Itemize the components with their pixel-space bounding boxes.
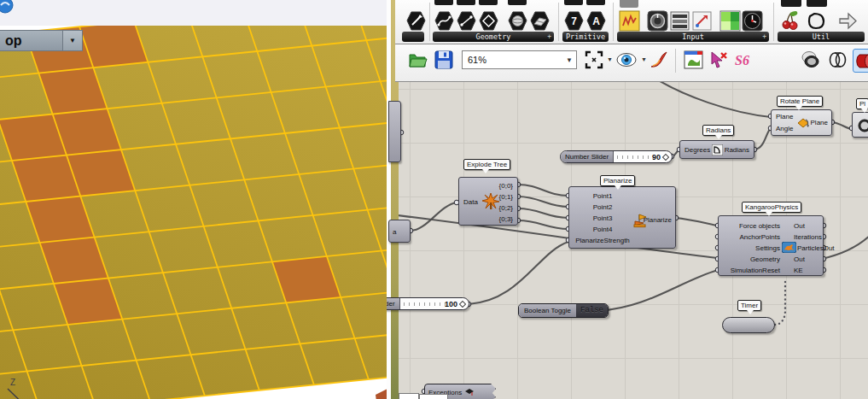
kangaroo-tooltip: KangarooPhysics [742,202,801,213]
cherry-picker-icon[interactable] [779,10,801,32]
slider-ticks [404,302,450,306]
port-input[interactable]: Point2 [569,202,636,213]
port-input[interactable]: PlanarizeStrength [569,235,636,246]
rotate-plane-icon [797,118,810,129]
gh-canvas[interactable]: Explode Tree Data {0;0} {0;1} {0;2} {0;3… [399,81,868,399]
preview-wireframe-button[interactable] [827,49,849,71]
port-input[interactable]: AnchorPoints [719,232,780,243]
tab-expand-icon[interactable]: + [762,32,766,42]
preview-visibility-button[interactable] [615,49,638,71]
port-input[interactable]: Point1 [569,191,636,202]
toolbar-separator [675,49,676,73]
port-input[interactable]: Angle [776,123,793,134]
tab-separator [613,3,614,41]
partial-panel[interactable] [419,394,448,399]
radians-node[interactable]: Degrees Radians [679,140,754,159]
chevron-down-icon: ▼ [562,56,576,64]
gh-canvas-toolbar: 61% ▼ ▼ ▼ [395,44,868,82]
rhino-app-icon[interactable] [0,0,15,14]
port-input[interactable]: Point3 [569,213,636,224]
jump-arrow-icon[interactable] [837,10,859,32]
kangaroo-node[interactable]: Force objects AnchorPoints Settings Geom… [718,215,824,276]
rectangle-geometry-icon[interactable] [478,10,499,32]
zoom-level-dropdown[interactable]: 61% ▼ [462,50,577,69]
curve-geometry-icon[interactable] [434,10,455,32]
port-output[interactable]: {0;0} [499,180,513,191]
value-list-icon[interactable] [669,10,690,32]
integer-primitive-icon[interactable]: 7 [563,10,585,32]
chevron-down-icon[interactable]: ▼ [641,56,647,62]
slider-track[interactable]: 90 [614,151,672,162]
line-geometry-icon[interactable] [456,10,477,32]
param-a-node[interactable]: a [388,220,411,243]
lasso-icon[interactable] [806,10,827,32]
viewport-tab-dropdown[interactable]: ▼ [62,31,82,50]
partial-panel[interactable] [399,393,419,399]
zoom-extents-button[interactable] [583,49,605,71]
port-output[interactable]: {0;3} [499,214,513,225]
port-output[interactable]: Iterations [794,232,835,243]
toolbar-partial-icon [564,0,583,5]
number-slider-100[interactable]: der 100 [387,297,469,310]
port-output[interactable]: ParticlesOut [797,243,835,254]
rotate-plane-node[interactable]: Plane Angle Plane [771,109,832,136]
port-output[interactable]: KE [794,265,835,276]
point-input-icon[interactable] [691,10,713,32]
knob-input-icon[interactable] [647,10,668,32]
gradient-input-icon[interactable] [719,10,741,32]
port-input[interactable]: Data [463,197,478,208]
tab-primitive[interactable]: Primitive [562,32,609,42]
svg-text:A: A [592,15,600,27]
clock-input-icon[interactable] [742,10,763,32]
rhino-viewport[interactable]: op ▼ Z [0,26,389,399]
tab-input[interactable]: Input+ [617,32,769,42]
chevron-down-icon[interactable]: ▼ [607,56,613,62]
tab-util[interactable]: Util [778,32,865,42]
axis-z-label: Z [10,378,15,387]
left-partial-node[interactable] [388,101,401,162]
open-file-button[interactable] [407,49,429,71]
preview-off-button[interactable] [800,49,822,71]
plane-partial-node[interactable] [852,112,868,138]
port-input[interactable]: Degrees [684,146,710,154]
draw-icon-button[interactable] [648,49,670,71]
slider-track[interactable]: 100 [400,298,469,309]
port-output[interactable]: Planarize [644,214,672,226]
save-file-button[interactable] [433,49,455,71]
tab-expand-icon[interactable]: + [547,32,551,42]
plane-partial-tooltip: Pl [856,98,868,109]
port-output[interactable]: Out [794,254,835,265]
svg-text:S6: S6 [735,53,749,67]
tab-group-partial[interactable] [402,32,424,42]
port-input[interactable]: Point4 [569,224,636,235]
toggle-value[interactable]: False [576,304,608,317]
boolean-toggle-node[interactable]: Boolean Toggle False [518,303,609,318]
slider-grip-icon[interactable] [662,153,669,160]
port-output[interactable]: Radians [725,146,749,154]
port-output[interactable]: Out [794,220,835,232]
planarize-node[interactable]: Point1 Point2 Point3 Point4 PlanarizeStr… [568,186,676,249]
port-output[interactable]: Plane [811,117,828,128]
port-input[interactable]: Geometry [719,254,780,265]
preview-shaded-button[interactable] [853,49,868,73]
port-output[interactable]: {0;2} [499,202,513,214]
port-input[interactable]: Plane [776,111,793,122]
graph-mapper-icon[interactable] [619,10,640,32]
slider-grip-icon[interactable] [459,300,466,307]
sphere-geometry-icon[interactable] [507,10,528,32]
text-primitive-icon[interactable]: A [585,10,607,32]
tab-geometry[interactable]: Geometry+ [433,32,554,42]
viewport-tab[interactable]: op ▼ [0,30,83,51]
number-slider-90[interactable]: Number Slider 90 [560,150,673,163]
timer-node[interactable] [722,317,775,333]
preview-window-button[interactable] [682,49,704,71]
vector-tab-icon[interactable] [405,10,427,32]
surface-geometry-icon[interactable] [529,10,551,32]
port-input[interactable]: SimulationReset [719,265,780,276]
port-output[interactable]: {0;1} [499,191,513,202]
port-input[interactable]: Force objects [719,220,780,232]
sketch-tool-button[interactable]: S6 [733,49,755,71]
port-input[interactable]: Settings [719,243,780,254]
disable-solver-button[interactable] [708,49,730,71]
explode-tree-node[interactable]: Data {0;0} {0;1} {0;2} {0;3} [458,177,518,226]
